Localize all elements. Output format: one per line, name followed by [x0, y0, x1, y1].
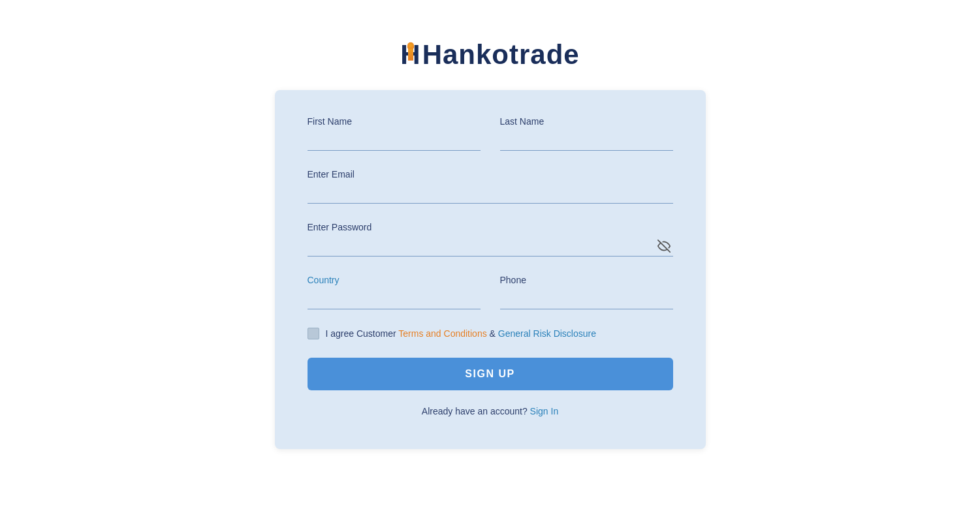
signin-link[interactable]: Sign In	[530, 406, 559, 416]
logo-torch-icon	[408, 46, 413, 61]
password-input[interactable]	[308, 238, 673, 257]
phone-label: Phone	[500, 275, 673, 285]
signup-button[interactable]: SIGN UP	[308, 358, 673, 390]
email-field-wrapper: Enter Email	[308, 169, 673, 204]
email-field: Enter Email	[308, 169, 673, 204]
eye-toggle-icon[interactable]	[657, 240, 671, 255]
email-label: Enter Email	[308, 169, 673, 179]
last-name-field: Last Name	[500, 116, 673, 151]
first-name-field: First Name	[308, 116, 481, 151]
email-input[interactable]	[308, 185, 673, 204]
checkbox-label: I agree Customer Terms and Conditions & …	[326, 328, 597, 339]
logo-h: H	[400, 39, 420, 70]
signup-form: First Name Last Name Enter Email Enter P…	[275, 90, 706, 449]
first-name-label: First Name	[308, 116, 481, 127]
risk-disclosure-link[interactable]: General Risk Disclosure	[498, 328, 596, 339]
country-field: Country	[308, 275, 481, 309]
phone-input[interactable]	[500, 290, 673, 309]
terms-row: I agree Customer Terms and Conditions & …	[308, 328, 673, 339]
phone-field: Phone	[500, 275, 673, 309]
first-name-input[interactable]	[308, 132, 481, 151]
logo-text: Hankotrade	[422, 39, 580, 70]
last-name-label: Last Name	[500, 116, 673, 127]
signin-row: Already have an account? Sign In	[308, 406, 673, 416]
logo: H Hankotrade	[400, 39, 579, 70]
password-field-wrapper: Enter Password	[308, 222, 673, 257]
name-row: First Name Last Name	[308, 116, 673, 151]
terms-link[interactable]: Terms and Conditions	[398, 328, 486, 339]
country-label: Country	[308, 275, 481, 285]
country-phone-row: Country Phone	[308, 275, 673, 309]
country-input[interactable]	[308, 290, 481, 309]
password-input-wrapper	[308, 238, 673, 257]
password-label: Enter Password	[308, 222, 673, 232]
password-field: Enter Password	[308, 222, 673, 257]
already-account-text: Already have an account?	[422, 406, 530, 416]
last-name-input[interactable]	[500, 132, 673, 151]
terms-checkbox[interactable]	[308, 328, 319, 339]
